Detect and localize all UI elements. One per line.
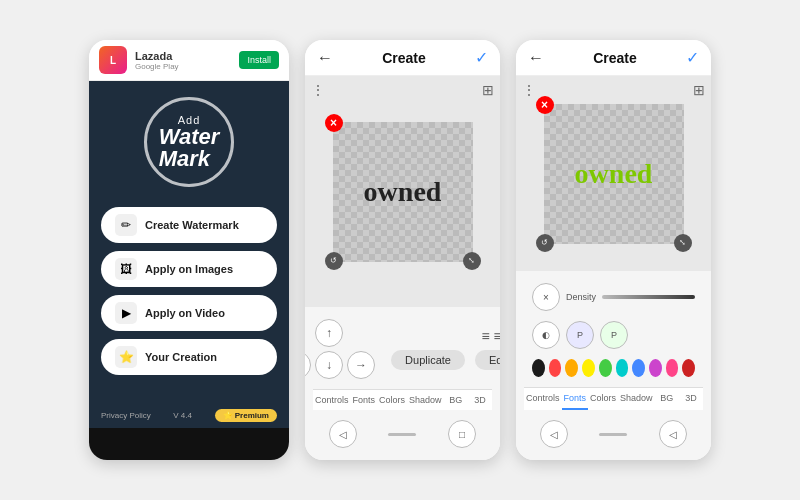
images-icon: 🖼 bbox=[115, 258, 137, 280]
nav-square-right[interactable]: ◁ bbox=[659, 420, 687, 448]
menu-item-create[interactable]: ✏ Create Watermark bbox=[101, 207, 277, 243]
tab-bg-right[interactable]: BG bbox=[655, 388, 679, 410]
confirm-button-mid[interactable]: ✓ bbox=[475, 48, 488, 67]
align-row: ≡ ≡ ≡ bbox=[481, 328, 500, 344]
scale-handle-right[interactable]: ⤡ bbox=[674, 234, 692, 252]
nav-home-right bbox=[599, 433, 627, 436]
lazada-store: Google Play bbox=[135, 62, 231, 71]
align-center-icon[interactable]: ≡ bbox=[494, 328, 500, 344]
nav-square-mid[interactable]: □ bbox=[448, 420, 476, 448]
menu-item-creation[interactable]: ⭐ Your Creation bbox=[101, 339, 277, 375]
move-down-button[interactable]: ↓ bbox=[315, 351, 343, 379]
move-right-button[interactable]: → bbox=[347, 351, 375, 379]
tab-controls-right[interactable]: Controls bbox=[524, 388, 562, 410]
grid-icon-top-left-right: ⋮ bbox=[522, 82, 536, 98]
tab-bg-mid[interactable]: BG bbox=[444, 390, 468, 410]
checkerboard-mid: owned bbox=[333, 122, 473, 262]
rotate-handle-right[interactable]: ↺ bbox=[536, 234, 554, 252]
menu-label-video: Apply on Video bbox=[145, 307, 225, 319]
right-canvas-area: ⋮ ⊞ owned × ↺ ⤡ bbox=[516, 76, 711, 271]
menu-item-video[interactable]: ▶ Apply on Video bbox=[101, 295, 277, 331]
create-icon: ✏ bbox=[115, 214, 137, 236]
density-row: × Density bbox=[524, 279, 703, 315]
premium-badge[interactable]: ⭐ Premium bbox=[215, 409, 277, 422]
picker-icon[interactable]: P bbox=[566, 321, 594, 349]
color-orange[interactable] bbox=[565, 359, 578, 377]
install-button[interactable]: Install bbox=[239, 51, 279, 69]
move-left-button[interactable]: ← bbox=[305, 351, 311, 379]
back-button-right[interactable]: ← bbox=[528, 49, 544, 67]
mid-phone: ← Create ✓ ⋮ ⊞ owned × ↺ ⤡ ↑ bbox=[305, 40, 500, 460]
nav-back-mid[interactable]: ◁ bbox=[329, 420, 357, 448]
density-slider[interactable] bbox=[602, 295, 695, 299]
tab-shadow-mid[interactable]: Shadow bbox=[407, 390, 444, 410]
delete-handle-mid[interactable]: × bbox=[325, 114, 343, 132]
rotate-handle-mid[interactable]: ↺ bbox=[325, 252, 343, 270]
menu-label-create: Create Watermark bbox=[145, 219, 239, 231]
tab-shadow-right[interactable]: Shadow bbox=[618, 388, 655, 410]
color-purple[interactable] bbox=[649, 359, 662, 377]
delete-handle-right[interactable]: × bbox=[536, 96, 554, 114]
left-phone: L Lazada Google Play Install Add WaterMa… bbox=[89, 40, 289, 460]
tab-3d-mid[interactable]: 3D bbox=[468, 390, 492, 410]
right-bottom-toolbar: × Density ◐ P P bbox=[516, 271, 711, 460]
color-black[interactable] bbox=[532, 359, 545, 377]
tab-colors-right[interactable]: Colors bbox=[588, 388, 618, 410]
canvas-text-right: owned bbox=[575, 158, 653, 190]
right-nav-row: ◁ ◁ bbox=[524, 416, 703, 452]
menu-item-images[interactable]: 🖼 Apply on Images bbox=[101, 251, 277, 287]
logo-circle: Add WaterMark bbox=[144, 97, 234, 187]
version-label: V 4.4 bbox=[173, 411, 192, 420]
lazada-info: Lazada Google Play bbox=[135, 50, 231, 71]
color-palette bbox=[524, 355, 703, 381]
mid-bottom-toolbar: ↑ ← ↓ → ≡ ≡ ≡ Duplicate Edit bbox=[305, 307, 500, 460]
mid-header-title: Create bbox=[382, 50, 426, 66]
grid-icon-top-right-right: ⊞ bbox=[693, 82, 705, 98]
app-container: L Lazada Google Play Install Add WaterMa… bbox=[0, 0, 800, 500]
tab-fonts-mid[interactable]: Fonts bbox=[351, 390, 378, 410]
duplicate-button[interactable]: Duplicate bbox=[391, 350, 465, 370]
logo-watermark-text: WaterMark bbox=[159, 126, 220, 170]
left-dark-section: Add WaterMark ✏ Create Watermark 🖼 Apply… bbox=[89, 81, 289, 403]
lazada-icon: L bbox=[99, 46, 127, 74]
confirm-button-right[interactable]: ✓ bbox=[686, 48, 699, 67]
tab-3d-right[interactable]: 3D bbox=[679, 388, 703, 410]
canvas-box-mid[interactable]: owned × ↺ ⤡ bbox=[333, 122, 473, 262]
menu-label-creation: Your Creation bbox=[145, 351, 217, 363]
canvas-box-right[interactable]: owned × ↺ ⤡ bbox=[544, 104, 684, 244]
back-button-mid[interactable]: ← bbox=[317, 49, 333, 67]
nav-back-right[interactable]: ◁ bbox=[540, 420, 568, 448]
color-darkred[interactable] bbox=[682, 359, 695, 377]
close-circle-right[interactable]: × bbox=[532, 283, 560, 311]
opacity-icon[interactable]: ◐ bbox=[532, 321, 560, 349]
mid-canvas-area: ⋮ ⊞ owned × ↺ ⤡ bbox=[305, 76, 500, 307]
density-label: Density bbox=[566, 292, 596, 302]
menu-label-images: Apply on Images bbox=[145, 263, 233, 275]
color-blue[interactable] bbox=[632, 359, 645, 377]
right-header-title: Create bbox=[593, 50, 637, 66]
tab-colors-mid[interactable]: Colors bbox=[377, 390, 407, 410]
canvas-text-mid: owned bbox=[364, 176, 442, 208]
color-green[interactable] bbox=[599, 359, 612, 377]
color-cyan[interactable] bbox=[616, 359, 629, 377]
video-icon: ▶ bbox=[115, 302, 137, 324]
nav-home-mid bbox=[388, 433, 416, 436]
move-up-button[interactable]: ↑ bbox=[315, 319, 343, 347]
privacy-policy-link[interactable]: Privacy Policy bbox=[101, 411, 151, 420]
direction-controls: ↑ ← ↓ → ≡ ≡ ≡ Duplicate Edit bbox=[313, 315, 492, 383]
right-phone: ← Create ✓ ⋮ ⊞ owned × ↺ ⤡ × Density bbox=[516, 40, 711, 460]
app-banner: L Lazada Google Play Install bbox=[89, 40, 289, 81]
grid-icon-top-right: ⊞ bbox=[482, 82, 494, 98]
scale-handle-mid[interactable]: ⤡ bbox=[463, 252, 481, 270]
color-yellow[interactable] bbox=[582, 359, 595, 377]
tab-fonts-right[interactable]: Fonts bbox=[562, 388, 589, 410]
align-left-icon[interactable]: ≡ bbox=[481, 328, 489, 344]
color-pink[interactable] bbox=[666, 359, 679, 377]
color-red[interactable] bbox=[549, 359, 562, 377]
left-footer: Privacy Policy V 4.4 ⭐ Premium bbox=[89, 403, 289, 428]
app-logo: Add WaterMark bbox=[144, 97, 234, 187]
tab-controls-mid[interactable]: Controls bbox=[313, 390, 351, 410]
grid-icon-top-left: ⋮ bbox=[311, 82, 325, 98]
palette-icon[interactable]: P bbox=[600, 321, 628, 349]
edit-button[interactable]: Edit bbox=[475, 350, 500, 370]
